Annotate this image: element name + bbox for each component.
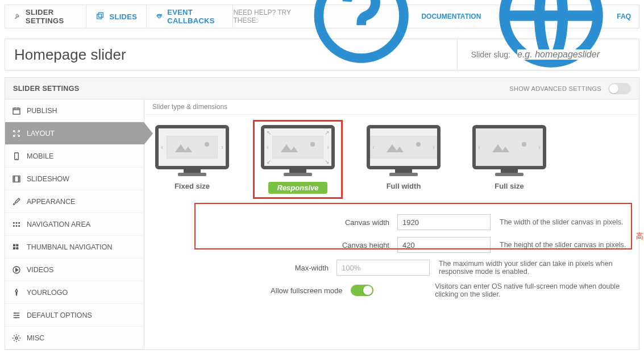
tab-label: SLIDES bbox=[109, 13, 137, 21]
type-label: Full width bbox=[364, 182, 443, 190]
sidebar-item-appearance[interactable]: APPEARANCE bbox=[5, 190, 144, 213]
svg-rect-12 bbox=[18, 225, 20, 227]
sidebar: PUBLISH LAYOUT MOBILE SLIDESHOW APPEARAN… bbox=[5, 99, 144, 349]
help-label: NEED HELP? TRY THESE: bbox=[233, 9, 297, 24]
type-fixed[interactable]: ‹› Fixed size bbox=[152, 125, 232, 194]
section-title: Slider type & dimensions bbox=[144, 99, 639, 115]
documentation-link[interactable]: DOCUMENTATION bbox=[305, 0, 481, 74]
slides-icon bbox=[95, 12, 105, 21]
slug-area: Slider slug: bbox=[457, 39, 639, 70]
sidebar-label: YOURLOGO bbox=[27, 289, 68, 297]
question-icon bbox=[305, 0, 418, 74]
field-desc: The height of the slider canvas in pixel… bbox=[491, 241, 626, 249]
sidebar-item-layout[interactable]: LAYOUT bbox=[5, 122, 144, 145]
svg-rect-4 bbox=[13, 108, 20, 114]
type-fullwidth[interactable]: ‹› Full width bbox=[364, 125, 443, 194]
advanced-toggle-area: SHOW ADVANCED SETTINGS bbox=[509, 83, 631, 94]
film-icon bbox=[12, 174, 21, 184]
field-label: Allow fullscreen mode bbox=[144, 286, 351, 295]
svg-point-18 bbox=[15, 337, 18, 339]
sidebar-label: PUBLISH bbox=[27, 107, 57, 115]
slug-label: Slider slug: bbox=[471, 50, 510, 59]
field-label: Canvas width bbox=[144, 218, 397, 227]
advanced-toggle[interactable] bbox=[608, 83, 631, 94]
tab-slides[interactable]: SLIDES bbox=[86, 5, 147, 28]
type-responsive[interactable]: ↖↗↙↘‹› Responsive bbox=[258, 125, 338, 194]
fullscreen-toggle[interactable] bbox=[351, 285, 373, 296]
svg-rect-11 bbox=[16, 225, 18, 227]
field-label: Max-width bbox=[144, 264, 336, 272]
sidebar-item-navigation[interactable]: NAVIGATION AREA bbox=[5, 213, 144, 236]
sidebar-label: MISC bbox=[27, 334, 44, 342]
sidebar-label: MOBILE bbox=[27, 152, 53, 160]
nav-icon bbox=[12, 220, 21, 229]
svg-rect-16 bbox=[16, 247, 18, 249]
content-area: Slider type & dimensions ‹› Fixed size ↖… bbox=[144, 99, 639, 349]
wrench-icon bbox=[14, 12, 21, 21]
svg-rect-14 bbox=[16, 244, 18, 246]
canvas-width-input[interactable] bbox=[397, 214, 491, 230]
thumb-icon bbox=[12, 243, 21, 252]
expand-icon bbox=[12, 129, 21, 138]
sidebar-item-thumbnav[interactable]: THUMBNAIL NAVIGATION bbox=[5, 236, 144, 259]
tab-label: EVENT CALLBACKS bbox=[167, 8, 223, 25]
mobile-icon bbox=[12, 152, 21, 161]
tab-slider-settings[interactable]: SLIDER SETTINGS bbox=[5, 5, 86, 28]
sidebar-label: VIDEOS bbox=[27, 266, 53, 274]
sliders-icon bbox=[12, 311, 21, 320]
field-desc: The maximum width your slider can take i… bbox=[430, 260, 639, 276]
svg-rect-1 bbox=[99, 13, 103, 17]
panel-header: SLIDER SETTINGS SHOW ADVANCED SETTINGS bbox=[5, 78, 639, 99]
sidebar-item-slideshow[interactable]: SLIDESHOW bbox=[5, 168, 144, 190]
sidebar-item-videos[interactable]: VIDEOS bbox=[5, 259, 144, 281]
brush-icon bbox=[12, 197, 21, 206]
page-title: Homepage slider bbox=[5, 46, 135, 64]
sidebar-item-misc[interactable]: MISC bbox=[5, 327, 144, 349]
form-area: 高度根据你banner图片高度来 Canvas width The width … bbox=[144, 199, 639, 307]
sidebar-item-mobile[interactable]: MOBILE bbox=[5, 145, 144, 168]
sidebar-item-publish[interactable]: PUBLISH bbox=[5, 99, 144, 122]
panel-heading: SLIDER SETTINGS bbox=[13, 85, 79, 93]
link-text: FAQ bbox=[617, 13, 631, 20]
sidebar-label: THUMBNAIL NAVIGATION bbox=[27, 243, 112, 251]
pin-icon bbox=[12, 288, 21, 297]
top-tabs: SLIDER SETTINGS SLIDES EVENT CALLBACKS N… bbox=[5, 5, 639, 28]
slug-input[interactable] bbox=[517, 49, 631, 60]
type-fullsize[interactable]: ‹› Full size bbox=[470, 125, 549, 194]
redo-icon bbox=[156, 12, 163, 21]
sidebar-label: APPEARANCE bbox=[27, 198, 75, 206]
sidebar-label: SLIDESHOW bbox=[27, 175, 69, 183]
field-label: Canvas height bbox=[144, 241, 397, 249]
canvas-height-input[interactable] bbox=[397, 237, 491, 253]
type-label: Full size bbox=[470, 182, 549, 190]
type-label: Responsive bbox=[268, 182, 328, 194]
svg-rect-8 bbox=[16, 222, 18, 224]
slider-types: ‹› Fixed size ↖↗↙↘‹› Responsive ‹› Full … bbox=[144, 115, 639, 199]
svg-rect-15 bbox=[13, 247, 15, 249]
row-max-width: Max-width The maximum width your slider … bbox=[144, 256, 639, 279]
gear-icon bbox=[12, 334, 21, 343]
settings-panel: SLIDER SETTINGS SHOW ADVANCED SETTINGS P… bbox=[5, 77, 639, 350]
row-canvas-width: Canvas width The width of the slider can… bbox=[144, 211, 639, 234]
sidebar-item-defaultopts[interactable]: DEFAULT OPTIONS bbox=[5, 304, 144, 327]
sidebar-label: NAVIGATION AREA bbox=[27, 220, 90, 228]
tab-event-callbacks[interactable]: EVENT CALLBACKS bbox=[147, 5, 233, 28]
sidebar-item-yourlogo[interactable]: YOURLOGO bbox=[5, 281, 144, 304]
sidebar-label: DEFAULT OPTIONS bbox=[27, 311, 92, 319]
svg-rect-9 bbox=[18, 222, 20, 224]
field-desc: The width of the slider canvas in pixels… bbox=[491, 218, 623, 226]
sidebar-label: LAYOUT bbox=[27, 130, 55, 138]
svg-rect-10 bbox=[13, 225, 15, 227]
calendar-icon bbox=[12, 106, 21, 115]
svg-rect-0 bbox=[97, 14, 102, 19]
svg-point-2 bbox=[319, 0, 404, 58]
annotation-text: 高度根据你banner图片高度来 bbox=[636, 231, 644, 241]
svg-rect-7 bbox=[13, 222, 15, 224]
row-canvas-height: Canvas height The height of the slider c… bbox=[144, 234, 639, 256]
play-icon bbox=[12, 265, 21, 274]
svg-rect-13 bbox=[13, 244, 15, 246]
field-desc: Visitors can enter OS native full-screen… bbox=[426, 282, 639, 298]
link-text: DOCUMENTATION bbox=[421, 13, 481, 20]
row-fullscreen: Allow fullscreen mode Visitors can enter… bbox=[144, 279, 639, 302]
max-width-input[interactable] bbox=[336, 260, 430, 276]
